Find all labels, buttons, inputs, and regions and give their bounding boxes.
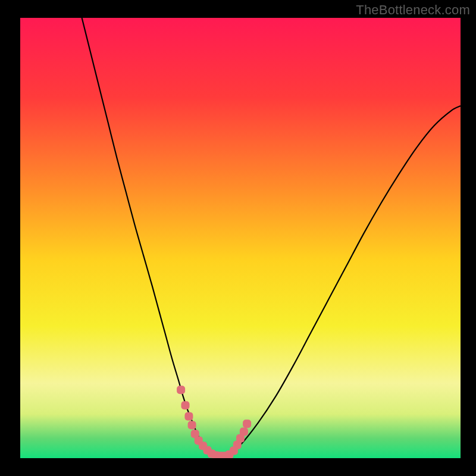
highlight-dot [177, 386, 185, 394]
outer-frame: TheBottleneck.com [0, 0, 476, 476]
gradient-background [20, 18, 461, 458]
highlight-dot [184, 412, 193, 421]
plot-area [20, 18, 461, 458]
watermark-text: TheBottleneck.com [356, 2, 470, 18]
highlight-dot [181, 401, 190, 409]
highlight-dot [243, 419, 251, 428]
highlight-dot [188, 421, 196, 430]
highlight-dot [240, 428, 248, 436]
bottleneck-chart [20, 18, 461, 458]
